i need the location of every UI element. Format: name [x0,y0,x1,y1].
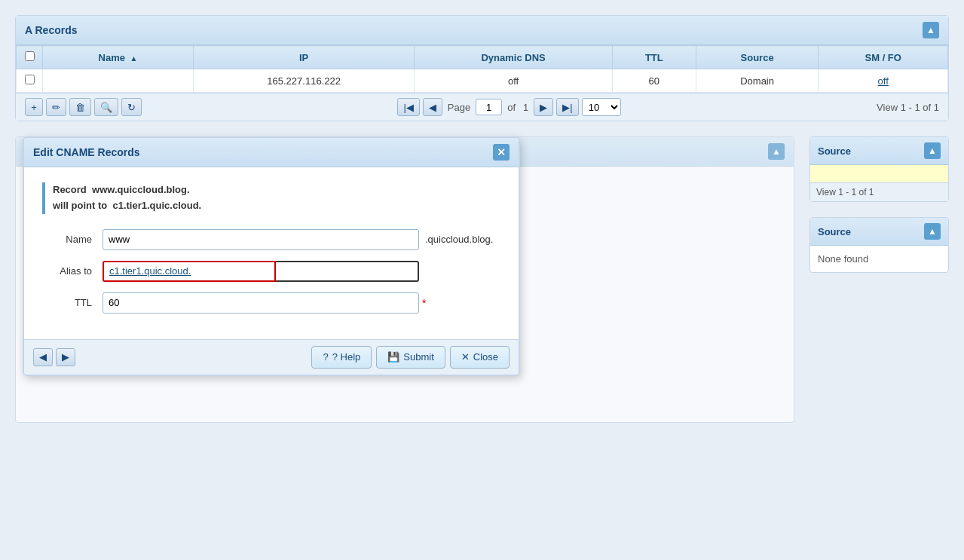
next-page-btn[interactable]: ▶ [534,98,553,116]
right-panel-2-header: Source ▲ [810,218,948,246]
edit-cname-dialog: Edit CNAME Records ✕ Record www.quicclou… [23,136,520,376]
a-records-table: Name ▲ IP Dynamic DNS TTL Source SM / FO… [16,45,948,93]
sort-arrow-name: ▲ [130,54,138,63]
toolbar-center: |◀ ◀ Page of 1 ▶ ▶| 10 25 50 100 [397,98,620,116]
page-label: Page [448,102,470,113]
ttl-field-row: TTL * [42,292,500,314]
alias-to-label: Alias to [42,265,103,277]
record-info: Record www.quiccloud.blog. will point to… [42,182,500,214]
col-header-source: Source [696,46,819,69]
total-pages: 1 [523,102,528,113]
a-records-header: A Records ▲ [16,16,948,45]
name-input[interactable] [103,229,419,250]
row-dynamic-dns: off [415,69,613,93]
right-panel-1-title: Source [818,145,851,157]
bg-collapse-btn[interactable]: ▲ [768,143,785,160]
right-panel-2: Source ▲ None found [809,217,949,273]
dialog-close-x-btn[interactable]: ✕ [493,144,510,161]
row-checkbox[interactable] [25,75,35,84]
col-header-checkbox [17,46,43,69]
toolbar-left: + ✏ 🗑 🔍 ↻ [25,98,142,116]
refresh-btn[interactable]: ↻ [121,98,142,116]
domain-suffix: .quiccloud.blog. [425,234,493,245]
page-input[interactable] [476,99,502,115]
per-page-select[interactable]: 10 25 50 100 [582,98,621,116]
dialog-header: Edit CNAME Records ✕ [24,138,519,167]
close-label: Close [473,351,498,363]
name-label: Name [42,234,103,245]
nav-prev-btn[interactable]: ◀ [33,348,53,366]
ttl-label: TTL [42,297,103,308]
dialog-title: Edit CNAME Records [33,146,140,158]
first-page-btn[interactable]: |◀ [397,98,419,116]
help-label: ? Help [332,351,361,363]
row-checkbox-cell[interactable] [17,69,43,93]
dialog-wrapper: ▲ Edit CNAME Records ✕ Record www.quiccl… [15,136,794,438]
col-header-name[interactable]: Name ▲ [43,46,194,69]
prev-page-btn[interactable]: ◀ [423,98,442,116]
none-found: None found [810,246,948,272]
submit-label: Submit [403,351,433,363]
record-name: www.quiccloud.blog. [92,184,190,195]
main-left: ▲ Edit CNAME Records ✕ Record www.quiccl… [15,136,794,438]
submit-btn[interactable]: 💾 Submit [376,346,445,369]
a-records-title: A Records [25,24,78,36]
view-count: View 1 - 1 of 1 [877,102,939,113]
right-panel-1-header: Source ▲ [810,137,948,165]
record-label: Record [53,184,87,195]
close-btn[interactable]: ✕ Close [450,346,510,369]
help-icon: ? [323,351,328,363]
delete-btn[interactable]: 🗑 [69,98,91,116]
row-ttl: 60 [612,69,696,93]
alias-to-field-row: Alias to [42,261,500,282]
row-sm-fo[interactable]: off [819,69,948,93]
right-panel-1: Source ▲ View 1 - 1 of 1 [809,136,949,202]
row-source: Domain [696,69,819,93]
record-line1: Record www.quiccloud.blog. [53,182,500,198]
alias-container [103,261,419,282]
table-row: 165.227.116.222 off 60 Domain off [17,69,948,93]
add-btn[interactable]: + [25,98,43,116]
record-line2: will point to c1.tier1.quic.cloud. [53,198,500,214]
help-btn[interactable]: ? ? Help [311,346,372,369]
alias-input-second[interactable] [276,261,419,282]
main-layout: ▲ Edit CNAME Records ✕ Record www.quiccl… [15,136,949,438]
right-panel-2-collapse[interactable]: ▲ [924,223,941,240]
dialog-footer: ◀ ▶ ? ? Help 💾 Submit [24,339,519,375]
search-btn[interactable]: 🔍 [94,98,118,116]
alias-input-first[interactable] [103,261,276,282]
submit-icon: 💾 [387,351,399,363]
col-header-ip: IP [194,46,415,69]
footer-nav: ◀ ▶ [33,348,75,366]
will-point-to-label: will point to [53,200,107,211]
nav-next-btn[interactable]: ▶ [56,348,75,366]
select-all-checkbox[interactable] [25,51,35,61]
col-header-ttl: TTL [612,46,696,69]
dialog-body: Record www.quiccloud.blog. will point to… [24,167,519,339]
right-panel-1-view: View 1 - 1 of 1 [810,182,948,201]
row-ip: 165.227.116.222 [194,69,415,93]
ttl-input[interactable] [103,292,419,314]
right-panel-1-collapse[interactable]: ▲ [924,142,941,159]
footer-buttons: ? ? Help 💾 Submit ✕ Close [311,346,510,369]
last-page-btn[interactable]: ▶| [556,98,578,116]
a-records-toolbar: + ✏ 🗑 🔍 ↻ |◀ ◀ Page of 1 ▶ ▶| 10 25 50 [16,93,948,121]
edit-btn[interactable]: ✏ [46,98,66,116]
row-name [43,69,194,93]
sm-fo-link[interactable]: off [878,75,889,87]
a-records-panel: A Records ▲ Name ▲ IP Dynamic DNS TTL So… [15,15,949,121]
source-highlight [810,165,948,182]
col-header-dynamic-dns: Dynamic DNS [415,46,613,69]
close-icon: ✕ [461,351,470,363]
required-star: * [422,297,426,309]
points-to-value: c1.tier1.quic.cloud. [112,200,201,211]
a-records-collapse-btn[interactable]: ▲ [923,22,939,38]
right-panel-2-title: Source [818,226,851,237]
of-label: of [507,102,516,113]
col-header-sm-fo: SM / FO [819,46,948,69]
name-field-row: Name .quiccloud.blog. [42,229,500,250]
main-right: Source ▲ View 1 - 1 of 1 Source ▲ None f… [809,136,949,438]
